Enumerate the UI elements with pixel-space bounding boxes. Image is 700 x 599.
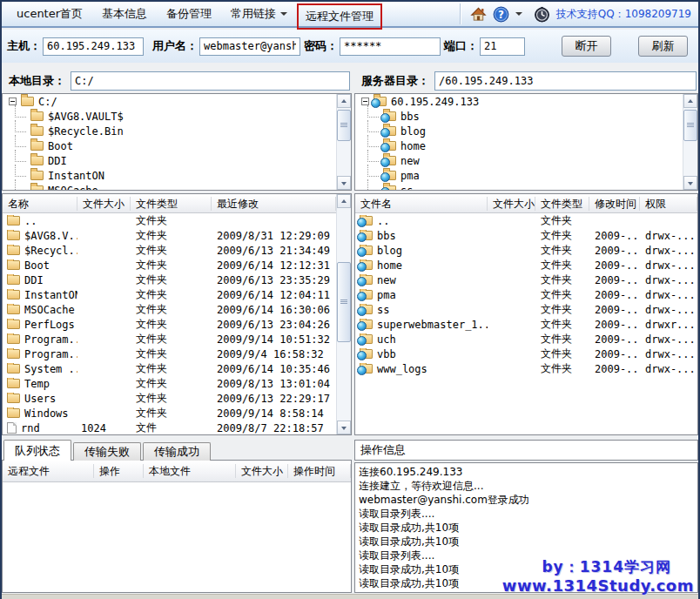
file-row[interactable]: uch文件夹2009-...drwx-... [355, 332, 697, 347]
file-name: PerfLogs [24, 319, 75, 331]
scroll-up-icon[interactable] [337, 194, 351, 208]
local-tree-scrollbar[interactable] [336, 94, 351, 190]
tree-node[interactable]: InstantON [3, 168, 336, 183]
connection-bar: 主机： 用户名： 密码： 端口： 断开 刷新 [2, 30, 698, 63]
tree-node-root[interactable]: C:/ [3, 94, 336, 109]
file-row[interactable]: www_logs文件夹2009-...drwx-... [355, 361, 697, 376]
tree-node-root[interactable]: 60.195.249.133 [355, 94, 683, 109]
menu-item-backup-manage[interactable]: 备份管理 [157, 3, 221, 25]
tree-node[interactable]: MSOCache [3, 183, 336, 190]
file-row[interactable]: new文件夹2009-...drwx-... [355, 273, 697, 287]
host-input[interactable] [43, 37, 144, 56]
file-row[interactable]: blog文件夹2009-...drwx-... [355, 243, 697, 258]
file-icon [7, 422, 17, 434]
tree-node[interactable]: $AVG8.VAULT$ [3, 109, 336, 124]
column-header[interactable]: 名称 [3, 197, 77, 211]
home-icon[interactable] [470, 6, 487, 23]
scrollbar-thumb[interactable] [337, 110, 351, 141]
file-row[interactable]: pma文件夹2009-...drwx-... [355, 287, 697, 302]
local-dir-input[interactable] [71, 71, 350, 91]
menu-item-ucenter-home[interactable]: ucenter首页 [7, 3, 92, 25]
table-cell: 2009/6/14 12:12:31 [212, 259, 336, 272]
tree-node[interactable]: blog [355, 124, 683, 138]
column-header[interactable]: 文件大小 [488, 197, 535, 211]
tree-node[interactable]: pma [355, 168, 683, 183]
menu-item-remote-file-manage[interactable]: 远程文件管理 [297, 3, 382, 30]
file-row[interactable]: superwebmaster_1...文件夹2009-...drwxr... [355, 317, 697, 332]
column-header[interactable]: 操作时间 [288, 464, 351, 478]
column-header[interactable]: 文件类型 [535, 197, 589, 211]
column-header[interactable]: 文件类型 [131, 197, 212, 211]
server-folder-icon [383, 141, 396, 151]
tree-node[interactable]: Boot [3, 138, 336, 153]
tree-node[interactable]: bbs [355, 109, 683, 124]
support-qq-link[interactable]: 技术支持QQ：1098209719 [556, 7, 691, 22]
file-row[interactable]: ss文件夹2009-...drwx-... [355, 302, 697, 317]
file-row[interactable]: bbs文件夹2009-...drwx-... [355, 228, 697, 243]
file-row[interactable]: Temp文件夹2009/8/13 13:01:04 [3, 376, 336, 391]
menu-item-common-links[interactable]: 常用链接 [221, 3, 297, 25]
log-line: 连接建立，等待欢迎信息... [359, 479, 694, 493]
file-name: $AVG8.V... [24, 230, 77, 242]
tree-node[interactable]: DDI [3, 153, 336, 168]
scroll-up-icon[interactable] [337, 94, 351, 108]
remote-dir-input[interactable] [434, 71, 697, 91]
file-row[interactable]: Windows文件夹2009/9/14 8:58:14 [3, 406, 336, 421]
column-header[interactable]: 文件大小 [77, 197, 131, 211]
password-input[interactable] [340, 37, 441, 56]
port-input[interactable] [480, 37, 525, 56]
file-row[interactable]: vbb文件夹2009-...drwx-... [355, 347, 697, 361]
column-header[interactable]: 最近修改 [212, 197, 336, 211]
menu-item-label: 基本信息 [102, 6, 147, 22]
remote-tree-scrollbar[interactable] [683, 94, 697, 190]
username-input[interactable] [199, 37, 300, 56]
scroll-down-icon[interactable] [683, 176, 697, 190]
tab-transfer-success[interactable]: 传输成功 [143, 442, 211, 461]
scroll-down-icon[interactable] [337, 421, 351, 434]
scrollbar-thumb[interactable] [337, 262, 351, 342]
disconnect-button[interactable]: 断开 [562, 36, 611, 57]
file-row[interactable]: System ...文件夹2009/6/14 10:35:46 [3, 361, 336, 376]
tab-queue-status[interactable]: 队列状态 [3, 440, 71, 461]
file-row[interactable]: InstantON文件夹2009/6/14 12:04:11 [3, 287, 336, 302]
file-row[interactable]: Program...文件夹2009/9/14 10:51:32 [3, 332, 336, 347]
tree-node[interactable]: home [355, 138, 683, 153]
column-header[interactable]: 文件大小 [236, 464, 288, 478]
false: blog [400, 125, 426, 138]
file-name: DDI [24, 274, 44, 286]
file-row[interactable]: ..文件夹 [355, 213, 697, 228]
scroll-up-icon[interactable] [683, 94, 697, 108]
file-row[interactable]: ..文件夹 [3, 213, 336, 228]
file-row[interactable]: Users文件夹2009/6/13 22:29:17 [3, 391, 336, 406]
column-header[interactable]: 远程文件 [3, 464, 94, 478]
file-row[interactable]: $AVG8.V...文件夹2009/8/31 12:29:09 [3, 228, 336, 243]
tree-node[interactable]: ss [355, 183, 683, 190]
column-header[interactable]: 修改时间 [589, 197, 640, 211]
scroll-down-icon[interactable] [337, 176, 351, 190]
file-row[interactable]: MSOCache文件夹2009/6/14 16:30:06 [3, 302, 336, 317]
help-icon[interactable]: ? [493, 6, 509, 23]
file-row[interactable]: PerfLogs文件夹2009/6/13 23:04:26 [3, 317, 336, 332]
tree-node[interactable]: $Recycle.Bin [3, 124, 336, 138]
tab-transfer-failed[interactable]: 传输失败 [73, 442, 141, 461]
help-dropdown-icon[interactable] [515, 12, 522, 16]
column-header[interactable]: 本地文件 [144, 464, 236, 478]
table-cell: 2009-... [589, 348, 640, 360]
menu-item-basic-info[interactable]: 基本信息 [92, 3, 157, 25]
watermark-line2: www.1314Study.com [502, 576, 694, 595]
file-row[interactable]: $Recycl...文件夹2009/6/13 21:34:49 [3, 243, 336, 258]
file-row[interactable]: Program...文件夹2009/9/4 16:58:32 [3, 347, 336, 361]
column-header[interactable]: 权限 [640, 197, 697, 211]
scrollbar-thumb[interactable] [683, 110, 697, 141]
tree-node[interactable]: new [355, 153, 683, 168]
refresh-button[interactable]: 刷新 [638, 36, 688, 57]
file-name: InstantON [24, 289, 77, 301]
column-header[interactable]: 文件名 [355, 197, 488, 211]
column-header[interactable]: 操作 [94, 464, 144, 478]
file-name-cell: Temp [3, 378, 77, 390]
file-row[interactable]: home文件夹2009-...drwx-... [355, 258, 697, 273]
file-row[interactable]: DDI文件夹2009/6/13 23:35:29 [3, 273, 336, 287]
file-row[interactable]: rnd1024文件2009/8/7 22:18:57 [3, 421, 336, 435]
local-table-scrollbar[interactable] [336, 194, 351, 434]
file-row[interactable]: Boot文件夹2009/6/14 12:12:31 [3, 258, 336, 273]
